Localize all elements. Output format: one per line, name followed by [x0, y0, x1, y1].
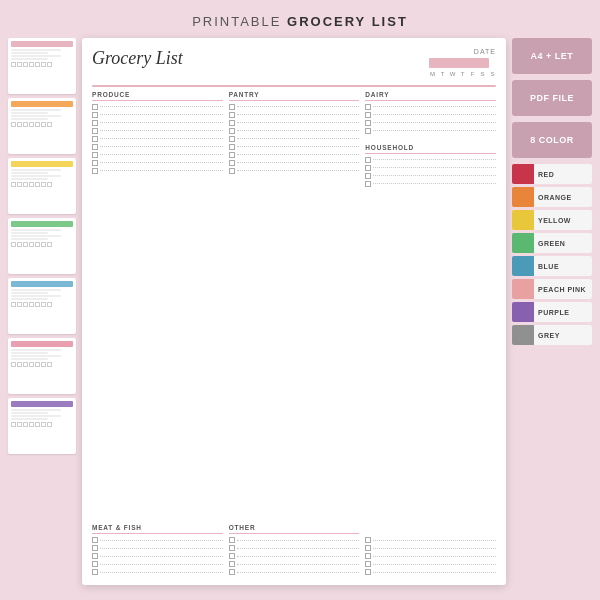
date-label: DATE: [429, 48, 496, 55]
checkbox[interactable]: [229, 104, 235, 110]
checkbox[interactable]: [92, 152, 98, 158]
thumbnail-1[interactable]: [8, 98, 76, 154]
check-line: [100, 540, 223, 541]
list-item: [229, 569, 360, 575]
list-item: [365, 112, 496, 118]
checkbox[interactable]: [229, 168, 235, 174]
check-line: [237, 146, 360, 147]
list-item: [92, 112, 223, 118]
checkbox[interactable]: [365, 112, 371, 118]
checkbox[interactable]: [229, 553, 235, 559]
checkbox[interactable]: [365, 173, 371, 179]
other-label: OTHER: [229, 524, 360, 531]
list-item: [92, 152, 223, 158]
checkbox[interactable]: [92, 168, 98, 174]
check-line: [373, 130, 496, 131]
checkbox[interactable]: [365, 157, 371, 163]
checkbox[interactable]: [365, 104, 371, 110]
checkbox[interactable]: [229, 144, 235, 150]
color-swatch-peach pink[interactable]: PEACH PINK: [512, 279, 592, 299]
checkbox[interactable]: [92, 136, 98, 142]
checkbox[interactable]: [92, 128, 98, 134]
list-item: [92, 545, 223, 551]
color-swatch-red[interactable]: RED: [512, 164, 592, 184]
checkbox[interactable]: [365, 537, 371, 543]
swatch-color-block: [512, 164, 534, 184]
checkbox[interactable]: [229, 112, 235, 118]
list-item: [365, 157, 496, 163]
top-sections: PRODUCE PANTRY: [92, 91, 496, 521]
thumbnail-2[interactable]: [8, 158, 76, 214]
checkbox[interactable]: [365, 165, 371, 171]
checkbox[interactable]: [229, 152, 235, 158]
checkbox[interactable]: [229, 120, 235, 126]
color-swatch-yellow[interactable]: YELLOW: [512, 210, 592, 230]
checkbox[interactable]: [365, 569, 371, 575]
dairy-label: DAIRY: [365, 91, 496, 98]
check-line: [373, 572, 496, 573]
household-label: HOUSEHOLD: [365, 144, 496, 151]
list-item: [92, 160, 223, 166]
checkbox[interactable]: [229, 160, 235, 166]
checkbox[interactable]: [365, 561, 371, 567]
checkbox[interactable]: [92, 561, 98, 567]
checkbox[interactable]: [365, 553, 371, 559]
swatch-label: GREY: [534, 325, 592, 345]
color-swatch-blue[interactable]: BLUE: [512, 256, 592, 276]
checkbox[interactable]: [92, 112, 98, 118]
check-line: [373, 556, 496, 557]
checkbox[interactable]: [92, 120, 98, 126]
list-item: [92, 128, 223, 134]
thumbnail-4[interactable]: [8, 278, 76, 334]
check-line: [237, 548, 360, 549]
day-w: W: [449, 71, 456, 77]
color-swatch-purple[interactable]: PURPLE: [512, 302, 592, 322]
color-swatch-orange[interactable]: ORANGE: [512, 187, 592, 207]
checkbox[interactable]: [92, 144, 98, 150]
pantry-label: PANTRY: [229, 91, 360, 98]
thumbnail-6[interactable]: [8, 398, 76, 454]
list-item: [92, 537, 223, 543]
checkbox[interactable]: [365, 120, 371, 126]
checkbox[interactable]: [229, 545, 235, 551]
checkbox[interactable]: [92, 553, 98, 559]
list-item: [229, 136, 360, 142]
check-line: [237, 170, 360, 171]
checkbox[interactable]: [229, 136, 235, 142]
color-swatch-green[interactable]: GREEN: [512, 233, 592, 253]
checkbox[interactable]: [229, 561, 235, 567]
checkbox[interactable]: [229, 537, 235, 543]
checkbox[interactable]: [92, 104, 98, 110]
check-line: [237, 130, 360, 131]
checkbox[interactable]: [92, 569, 98, 575]
list-item: [229, 120, 360, 126]
check-line: [237, 138, 360, 139]
swatch-label: RED: [534, 164, 592, 184]
list-item: [229, 545, 360, 551]
checkbox[interactable]: [365, 181, 371, 187]
checkbox[interactable]: [365, 128, 371, 134]
list-item: [229, 561, 360, 567]
pantry-divider: [229, 100, 360, 101]
filetype-label: PDF FILE: [530, 93, 574, 103]
swatch-color-block: [512, 256, 534, 276]
thumbnail-3[interactable]: [8, 218, 76, 274]
checkbox[interactable]: [365, 545, 371, 551]
check-line: [373, 540, 496, 541]
list-item: [365, 537, 496, 543]
thumbnail-5[interactable]: [8, 338, 76, 394]
color-swatch-grey[interactable]: GREY: [512, 325, 592, 345]
checkbox[interactable]: [92, 537, 98, 543]
checkbox[interactable]: [92, 160, 98, 166]
checkbox[interactable]: [229, 128, 235, 134]
list-item: [365, 104, 496, 110]
checkbox[interactable]: [229, 569, 235, 575]
list-item: [92, 561, 223, 567]
header-divider: [92, 85, 496, 87]
swatch-color-block: [512, 210, 534, 230]
swatch-label: ORANGE: [534, 187, 592, 207]
check-line: [237, 114, 360, 115]
checkbox[interactable]: [92, 545, 98, 551]
check-line: [237, 564, 360, 565]
thumbnail-0[interactable]: [8, 38, 76, 94]
